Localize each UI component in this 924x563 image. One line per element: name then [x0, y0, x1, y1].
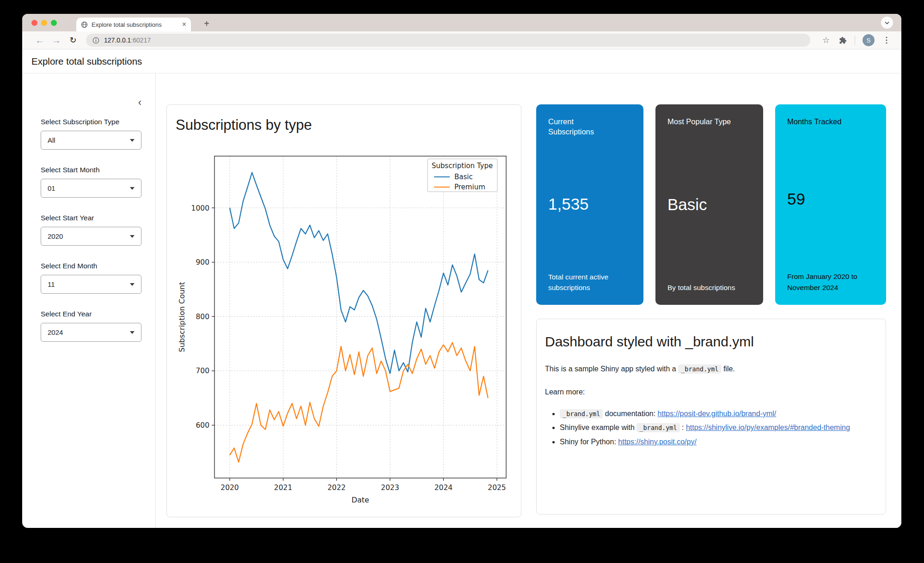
chevron-down-icon — [130, 235, 135, 238]
tab-search-button[interactable] — [881, 17, 893, 29]
svg-text:Premium: Premium — [454, 183, 485, 191]
brand-yml-code: _brand.yml — [560, 409, 603, 418]
value-box-value: 1,535 — [548, 195, 631, 213]
value-box-months-tracked: Months Tracked 59 From January 2020 to N… — [775, 104, 886, 305]
start-year-select[interactable]: 2020 — [41, 227, 141, 246]
value-box-value: 59 — [787, 190, 874, 208]
learn-more-list: _brand.yml documentation: https://posit-… — [545, 408, 877, 448]
chevron-down-icon — [885, 21, 889, 24]
close-window-button[interactable] — [31, 20, 37, 26]
value-box-most-popular-type: Most Popular Type Basic By total subscri… — [655, 104, 763, 305]
profile-avatar[interactable]: S — [863, 34, 875, 46]
filter-end-month: Select End Month 11 — [41, 262, 141, 294]
zoom-window-button[interactable] — [51, 20, 57, 26]
reload-button[interactable]: ↻ — [66, 33, 80, 48]
new-tab-button[interactable]: + — [200, 17, 213, 30]
external-link[interactable]: https://shiny.posit.co/py/ — [618, 438, 697, 446]
end-month-select[interactable]: 11 — [41, 275, 141, 294]
main-content: Subscriptions by type 202020212022202320… — [156, 73, 901, 528]
bookmark-star-icon[interactable]: ☆ — [819, 33, 833, 47]
extensions-icon[interactable] — [835, 33, 850, 47]
svg-text:2023: 2023 — [381, 484, 399, 492]
value-box-caption: Total current active subscriptions — [548, 272, 631, 293]
subscription-type-select[interactable]: All — [41, 131, 141, 150]
learn-more-item: _brand.yml documentation: https://posit-… — [560, 408, 877, 420]
back-button[interactable]: ← — [32, 33, 47, 48]
value-box-caption: From January 2020 to November 2024 — [787, 271, 874, 293]
tab-title: Explore total subscriptions — [92, 21, 178, 28]
svg-text:1000: 1000 — [191, 204, 209, 212]
browser-window: Explore total subscriptions × + ← → ↻ 12… — [22, 14, 901, 528]
chevron-down-icon — [130, 283, 135, 286]
favicon-globe-icon — [81, 21, 88, 28]
sidebar: ‹ Select Subscription Type All Select St… — [22, 73, 156, 528]
svg-text:Basic: Basic — [454, 173, 473, 181]
brand-yml-code: _brand.yml — [678, 364, 721, 374]
subscriptions-chart-card: Subscriptions by type 202020212022202320… — [166, 104, 521, 517]
close-tab-icon[interactable]: × — [182, 21, 186, 28]
site-info-icon[interactable] — [92, 37, 99, 44]
value-box-caption: By total subscriptions — [667, 282, 751, 293]
chevron-down-icon — [130, 139, 135, 142]
filter-start-year: Select Start Year 2020 — [41, 214, 141, 246]
external-link[interactable]: https://shinylive.io/py/examples/#brande… — [686, 424, 850, 431]
svg-text:600: 600 — [196, 421, 209, 430]
traffic-lights — [31, 20, 57, 26]
info-card-title: Dashboard styled with _brand.yml — [545, 334, 877, 350]
value-box-title: Most Popular Type — [667, 116, 734, 127]
page-title: Explore total subscriptions — [31, 56, 142, 67]
learn-more-label: Learn more: — [545, 387, 877, 398]
svg-text:900: 900 — [196, 258, 209, 266]
value-box-current-subscriptions: Current Subscriptions 1,535 Total curren… — [536, 104, 643, 305]
svg-text:700: 700 — [196, 367, 209, 375]
learn-more-item: Shiny for Python: https://shiny.posit.co… — [560, 436, 877, 448]
filter-label: Select End Month — [41, 262, 141, 270]
forward-button[interactable]: → — [49, 33, 64, 48]
tab-strip: Explore total subscriptions × + — [22, 14, 901, 31]
chart-title: Subscriptions by type — [167, 105, 521, 133]
chevron-down-icon — [130, 187, 135, 190]
filter-label: Select Start Month — [41, 166, 141, 174]
learn-more-item: Shinylive example with _brand.yml : http… — [560, 422, 877, 434]
address-bar[interactable]: 127.0.0.1:60217 — [86, 34, 810, 47]
value-box-value: Basic — [667, 195, 751, 214]
filter-subscription-type: Select Subscription Type All — [41, 118, 141, 150]
url-text: 127.0.0.1:60217 — [104, 36, 151, 44]
app-header: Explore total subscriptions — [22, 49, 901, 73]
subscriptions-line-chart: 2020202120222023202420256007008009001000… — [167, 105, 522, 518]
filter-label: Select End Year — [41, 310, 141, 318]
browser-menu-icon[interactable] — [879, 33, 894, 47]
svg-text:2025: 2025 — [488, 484, 506, 492]
chevron-down-icon — [130, 331, 135, 334]
svg-text:Subscription Count: Subscription Count — [177, 282, 186, 352]
svg-text:2024: 2024 — [434, 484, 453, 492]
minimize-window-button[interactable] — [41, 20, 47, 26]
toolbar-divider — [855, 36, 855, 45]
svg-text:Subscription Type: Subscription Type — [432, 162, 493, 170]
browser-toolbar: ← → ↻ 127.0.0.1:60217 ☆ S — [22, 31, 901, 49]
filter-label: Select Subscription Type — [41, 118, 141, 126]
filter-end-year: Select End Year 2024 — [41, 310, 141, 342]
brand-yml-code: _brand.yml — [636, 423, 679, 432]
external-link[interactable]: https://posit-dev.github.io/brand-yml/ — [658, 410, 777, 418]
end-year-select[interactable]: 2024 — [41, 323, 141, 342]
svg-text:2021: 2021 — [274, 484, 292, 492]
value-box-title: Months Tracked — [787, 116, 857, 127]
svg-text:Date: Date — [351, 496, 369, 504]
filter-label: Select Start Year — [41, 214, 141, 222]
info-intro: This is a sample Shiny app styled with a… — [545, 363, 877, 375]
start-month-select[interactable]: 01 — [41, 179, 141, 198]
svg-text:2022: 2022 — [327, 484, 345, 492]
svg-text:800: 800 — [196, 313, 209, 321]
filter-start-month: Select Start Month 01 — [41, 166, 141, 198]
value-box-title: Current Subscriptions — [548, 116, 615, 137]
svg-text:2020: 2020 — [220, 484, 239, 492]
browser-tab[interactable]: Explore total subscriptions × — [76, 18, 191, 31]
collapse-sidebar-icon[interactable]: ‹ — [138, 97, 141, 108]
brand-info-card: Dashboard styled with _brand.yml This is… — [536, 319, 886, 515]
